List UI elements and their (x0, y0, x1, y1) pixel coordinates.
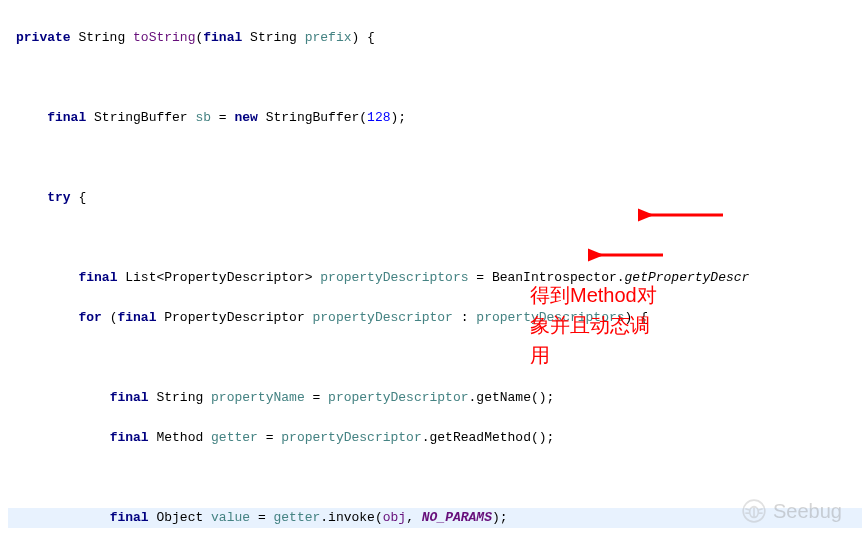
code-line: final Method getter = propertyDescriptor… (8, 428, 862, 448)
code-line (8, 68, 862, 88)
code-line (8, 468, 862, 488)
code-line: final StringBuffer sb = new StringBuffer… (8, 108, 862, 128)
svg-line-9 (758, 509, 762, 510)
code-line (8, 228, 862, 248)
bug-icon (741, 498, 767, 524)
watermark: Seebug (741, 498, 842, 524)
svg-line-7 (745, 509, 749, 510)
code-line: final String propertyName = propertyDesc… (8, 388, 862, 408)
code-line: final List<PropertyDescriptor> propertyD… (8, 268, 862, 288)
code-line (8, 348, 862, 368)
code-editor[interactable]: private String toString(final String pre… (0, 0, 862, 536)
code-line (8, 148, 862, 168)
code-line: private String toString(final String pre… (8, 28, 862, 48)
watermark-text: Seebug (773, 501, 842, 521)
code-line-highlighted: final Object value = getter.invoke(obj, … (8, 508, 862, 528)
code-line: for (final PropertyDescriptor propertyDe… (8, 308, 862, 328)
annotation-text: 得到Method对 象并且动态调 用 (530, 280, 657, 370)
code-line: try { (8, 188, 862, 208)
